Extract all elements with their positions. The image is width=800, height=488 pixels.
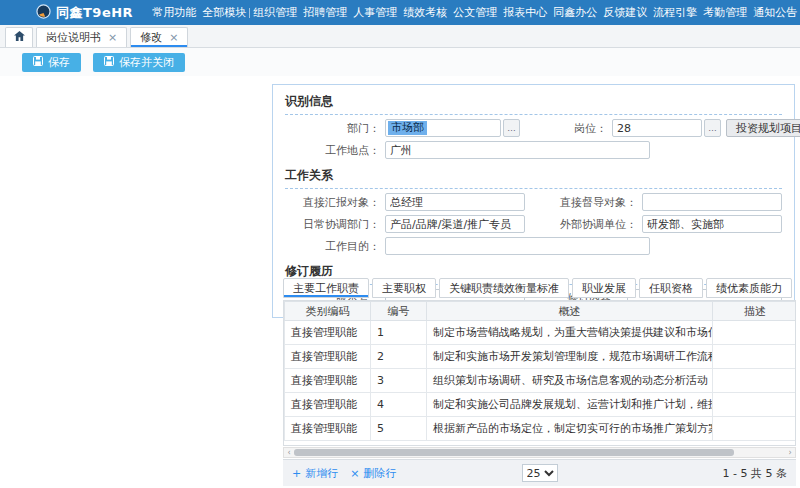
main-menu: 常用功能 全部模块 组织管理 招聘管理 人事管理 绩效考核 公文管理 报表中心 … (149, 5, 800, 20)
scroll-right-icon[interactable]: › (785, 448, 795, 457)
menu-item-org[interactable]: 组织管理 (250, 5, 300, 20)
dept-selected-text: 市场部 (388, 121, 427, 135)
tab-main-authority[interactable]: 主要职权 (372, 278, 436, 298)
post-browse-button[interactable]: 投资规划项目拓展 (726, 119, 800, 137)
external-coord-input[interactable] (642, 215, 782, 233)
menu-item-recruit[interactable]: 招聘管理 (300, 5, 350, 20)
scrollbar-thumb[interactable] (294, 449, 734, 456)
menu-item-hr[interactable]: 人事管理 (350, 5, 400, 20)
dept-lookup-button[interactable]: … (503, 119, 520, 137)
tab-kpi-standards[interactable]: 关键职责绩效衡量标准 (439, 278, 569, 298)
dept-input[interactable]: 市场部 (385, 119, 501, 137)
content-area: 识别信息 部门： 市场部 … 岗位： … 投资规划项目拓展 (0, 76, 800, 488)
close-icon[interactable]: × (108, 32, 117, 43)
tab-label: 修改 (140, 30, 162, 45)
menu-item-notice[interactable]: 通知公告 (750, 5, 800, 20)
app-logo: 同鑫T9eHR (0, 4, 133, 22)
menu-item-common[interactable]: 常用功能 (149, 5, 199, 20)
save-icon (33, 56, 43, 69)
section-divider (285, 188, 782, 189)
add-row-button[interactable]: + 新增行 (292, 466, 338, 481)
record-range-text: 1 - 5 共 5 条 (723, 466, 787, 481)
supervise-label: 直接督导对象： (550, 195, 642, 210)
table-header-row: 类别编码 编号 概述 描述 (285, 302, 797, 321)
menu-item-attendance[interactable]: 考勤管理 (700, 5, 750, 20)
tab-competency[interactable]: 绩优素质能力 (706, 278, 792, 298)
report-to-input[interactable] (385, 193, 525, 211)
table-footer: + 新增行 × 删除行 25 1 - 5 共 5 条 (283, 459, 796, 486)
table-row[interactable]: 直接管理职能 3 组织策划市场调研、研究及市场信息客观的动态分析活动，提供准确可… (285, 369, 797, 393)
col-header-category[interactable]: 类别编码 (285, 302, 371, 321)
table-row[interactable]: 直接管理职能 4 制定和实施公司品牌发展规划、运营计划和推广计划，维护公司的品牌… (285, 393, 797, 417)
table-row[interactable]: 直接管理职能 5 根据新产品的市场定位，制定切实可行的市场推广策划方案。 (285, 417, 797, 441)
col-header-desc[interactable]: 描述 (713, 302, 797, 321)
save-icon (104, 56, 114, 69)
post-label: 岗位： (520, 121, 612, 136)
tab-career-development[interactable]: 职业发展 (572, 278, 636, 298)
tab-job-description[interactable]: 岗位说明书 × (36, 27, 127, 47)
delete-row-button[interactable]: × 删除行 (350, 466, 396, 481)
col-header-summary[interactable]: 概述 (427, 302, 713, 321)
dept-label: 部门： (285, 121, 385, 136)
logo-text: 同鑫T9eHR (56, 4, 133, 22)
menu-item-feedback[interactable]: 反馈建议 (600, 5, 650, 20)
internal-coord-input[interactable] (385, 215, 525, 233)
menu-item-all-modules[interactable]: 全部模块 (199, 5, 249, 20)
section-divider (285, 114, 782, 115)
section-title-identification: 识别信息 (285, 89, 782, 114)
save-and-close-button[interactable]: 保存并关闭 (93, 53, 185, 72)
post-input[interactable] (612, 119, 702, 137)
internal-coord-label: 日常协调部门： (285, 217, 385, 232)
duty-table: 类别编码 编号 概述 描述 直接管理职能 1 制定市场营销战略规划，为重大营销决… (283, 300, 796, 446)
menu-item-workflow[interactable]: 流程引擎 (650, 5, 700, 20)
menu-item-report[interactable]: 报表中心 (500, 5, 550, 20)
menu-item-document[interactable]: 公文管理 (450, 5, 500, 20)
location-label: 工作地点： (285, 143, 385, 158)
menu-item-performance[interactable]: 绩效考核 (400, 5, 450, 20)
detail-tabs: 主要工作职责 主要职权 关键职责绩效衡量标准 职业发展 任职资格 绩优素质能力 (283, 278, 792, 298)
supervise-input[interactable] (642, 193, 782, 211)
menu-item-office[interactable]: 同鑫办公 (550, 5, 600, 20)
table-row[interactable]: 直接管理职能 1 制定市场营销战略规划，为重大营销决策提供建议和市场信息支持。 (285, 321, 797, 345)
delete-icon: × (350, 467, 359, 480)
purpose-label: 工作目的： (285, 239, 385, 254)
col-header-no[interactable]: 编号 (371, 302, 427, 321)
tab-qualifications[interactable]: 任职资格 (639, 278, 703, 298)
report-to-label: 直接汇报对象： (285, 195, 385, 210)
home-tab[interactable] (5, 27, 33, 47)
page-size-select[interactable]: 25 (522, 464, 558, 482)
location-input[interactable] (385, 141, 650, 159)
section-title-relations: 工作关系 (285, 163, 782, 188)
app-window: 同鑫T9eHR 常用功能 全部模块 组织管理 招聘管理 人事管理 绩效考核 公文… (0, 0, 800, 488)
home-icon (14, 31, 25, 44)
save-button[interactable]: 保存 (22, 53, 81, 72)
scroll-left-icon[interactable]: ‹ (284, 448, 294, 457)
close-icon[interactable]: × (169, 32, 178, 43)
tab-edit[interactable]: 修改 × (130, 27, 188, 47)
post-lookup-button[interactable]: … (704, 119, 721, 137)
tab-label: 岗位说明书 (46, 30, 101, 45)
toolbar: 保存 保存并关闭 (0, 48, 800, 76)
purpose-input[interactable] (385, 237, 650, 255)
external-coord-label: 外部协调单位： (550, 217, 642, 232)
top-navbar: 同鑫T9eHR 常用功能 全部模块 组织管理 招聘管理 人事管理 绩效考核 公文… (0, 0, 800, 25)
tab-bar: 岗位说明书 × 修改 × (0, 25, 800, 48)
horizontal-scrollbar[interactable]: ‹ › (283, 447, 796, 458)
logo-icon (36, 4, 51, 22)
plus-icon: + (292, 467, 301, 480)
tab-main-duties[interactable]: 主要工作职责 (283, 278, 369, 298)
table-row[interactable]: 直接管理职能 2 制定和实施市场开发策划管理制度，规范市场调研工作流程。 (285, 345, 797, 369)
